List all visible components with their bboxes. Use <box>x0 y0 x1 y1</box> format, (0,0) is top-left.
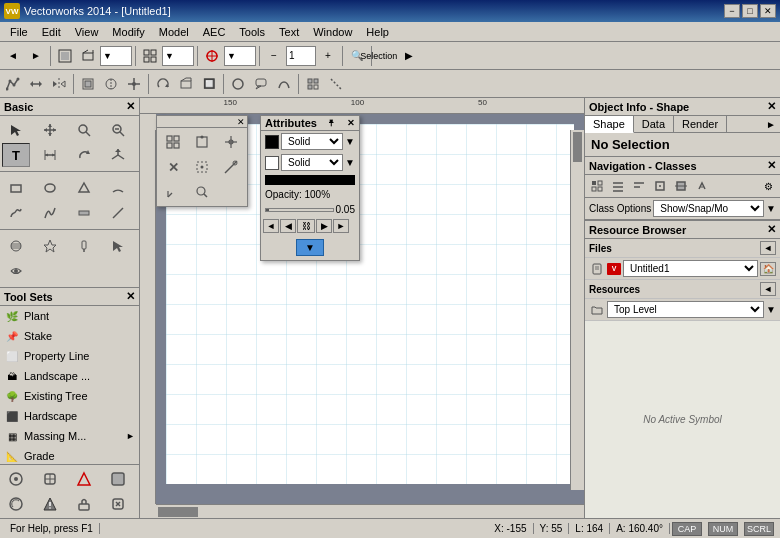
menu-edit[interactable]: Edit <box>36 25 67 39</box>
snap-search[interactable] <box>188 180 216 204</box>
snap-grid[interactable] <box>159 130 187 154</box>
tab-render[interactable]: Render <box>674 116 727 132</box>
grid-view[interactable] <box>139 45 161 67</box>
line-dropdown-arrow[interactable]: ▼ <box>345 157 355 168</box>
class-dropdown-arrow[interactable]: ▼ <box>766 203 776 214</box>
draw-tool-1[interactable] <box>2 73 24 95</box>
tool-star[interactable] <box>36 234 64 258</box>
tool-nurbs[interactable] <box>36 201 64 225</box>
menu-model[interactable]: Model <box>153 25 195 39</box>
attr-close[interactable]: ✕ <box>347 118 355 128</box>
bt-6[interactable] <box>36 492 64 516</box>
nav-btn-5[interactable] <box>671 177 691 195</box>
attr-last-btn[interactable]: ▶ <box>316 219 332 233</box>
select-dropdown-btn[interactable]: Selection T... <box>375 45 397 67</box>
tool-set-grade[interactable]: 📐 Grade <box>0 446 139 464</box>
zoom-out[interactable]: − <box>263 45 285 67</box>
back-button[interactable]: ◄ <box>2 45 24 67</box>
file-home-btn[interactable]: 🏠 <box>760 262 776 276</box>
tab-data[interactable]: Data <box>634 116 674 132</box>
draw-tool-3[interactable] <box>48 73 70 95</box>
tool-line[interactable] <box>104 201 132 225</box>
scrollbar-vertical[interactable] <box>570 130 584 490</box>
tool-arrow[interactable] <box>104 234 132 258</box>
snap-center[interactable] <box>217 130 245 154</box>
tool-set-plant[interactable]: 🌿 Plant <box>0 306 139 326</box>
tool-extra1[interactable] <box>104 118 132 142</box>
constraint-tool-2[interactable] <box>100 73 122 95</box>
attr-first-btn[interactable]: ◀ <box>280 219 296 233</box>
grid-tool[interactable] <box>302 73 324 95</box>
snap-needle[interactable] <box>217 155 245 179</box>
tool-array[interactable] <box>104 143 132 167</box>
center-tool[interactable] <box>123 73 145 95</box>
tool-set-hardscape[interactable]: ⬛ Hardscape <box>0 406 139 426</box>
fill-type-dropdown[interactable]: Solid <box>281 133 343 150</box>
maximize-button[interactable]: □ <box>742 4 758 18</box>
grid-dropdown[interactable]: ▼ <box>162 46 194 66</box>
line-type-dropdown[interactable]: Solid <box>281 154 343 171</box>
tool-set-stake[interactable]: 📌 Stake <box>0 326 139 346</box>
navigation-close[interactable]: ✕ <box>767 159 776 172</box>
tool-eyedrop[interactable] <box>70 234 98 258</box>
basic-panel-close[interactable]: ✕ <box>126 100 135 113</box>
nav-btn-4[interactable] <box>650 177 670 195</box>
tool-text[interactable]: T <box>2 143 30 167</box>
zoom-dropdown[interactable]: 1 <box>286 46 316 66</box>
bt-7[interactable] <box>70 492 98 516</box>
tool-eye[interactable] <box>2 259 30 283</box>
tool-dims[interactable] <box>36 143 64 167</box>
tool-freehand[interactable] <box>2 201 30 225</box>
draw-tool-6[interactable] <box>175 73 197 95</box>
top-level-dropdown[interactable]: Top Level <box>607 301 764 318</box>
zoom-in[interactable]: + <box>317 45 339 67</box>
close-button[interactable]: ✕ <box>760 4 776 18</box>
snap-btn[interactable] <box>201 45 223 67</box>
menu-modify[interactable]: Modify <box>106 25 150 39</box>
dotted-tool[interactable] <box>325 73 347 95</box>
tool-zoom-view[interactable] <box>70 118 98 142</box>
tool-set-massing[interactable]: ▦ Massing M... ► <box>0 426 139 446</box>
class-options-dropdown[interactable]: Show/Snap/Mo <box>653 200 764 217</box>
bt-1[interactable] <box>2 467 30 491</box>
tool-oval[interactable] <box>36 176 64 200</box>
tool-set-existing-tree[interactable]: 🌳 Existing Tree <box>0 386 139 406</box>
fill-dropdown-arrow[interactable]: ▼ <box>345 136 355 147</box>
minimize-button[interactable]: − <box>724 4 740 18</box>
line-swatch[interactable] <box>265 156 279 170</box>
menu-aec[interactable]: AEC <box>197 25 232 39</box>
menu-tools[interactable]: Tools <box>233 25 271 39</box>
tool-set-property[interactable]: ⬜ Property Line <box>0 346 139 366</box>
draw-circle[interactable] <box>227 73 249 95</box>
fill-swatch[interactable] <box>265 135 279 149</box>
tool-select[interactable] <box>54 45 76 67</box>
draw-speech[interactable] <box>250 73 272 95</box>
draw-tool-5[interactable] <box>152 73 174 95</box>
tool-rect[interactable] <box>2 176 30 200</box>
top-level-arrow[interactable]: ▼ <box>766 304 776 315</box>
tool-sets-close[interactable]: ✕ <box>126 290 135 303</box>
attr-down-button[interactable]: ▼ <box>296 239 324 256</box>
tool-wall[interactable] <box>70 201 98 225</box>
selection-menu[interactable]: ▶ <box>398 45 420 67</box>
snap-dotted[interactable] <box>188 155 216 179</box>
menu-view[interactable]: View <box>69 25 105 39</box>
resources-nav-left[interactable]: ◄ <box>760 282 776 296</box>
draw-tool-7[interactable]: 🔲 <box>198 73 220 95</box>
attr-link-btn[interactable]: ⛓ <box>297 219 315 233</box>
nav-settings-btn[interactable]: ⚙ <box>758 177 778 195</box>
snap-arc[interactable] <box>159 180 187 204</box>
nav-btn-1[interactable] <box>587 177 607 195</box>
attr-next-btn[interactable]: ► <box>333 219 349 233</box>
draw-curve[interactable] <box>273 73 295 95</box>
view-dropdown[interactable]: ▼ <box>100 46 132 66</box>
tool-pan[interactable] <box>36 118 64 142</box>
snap-midpoint[interactable] <box>188 130 216 154</box>
bt-8[interactable] <box>104 492 132 516</box>
menu-text[interactable]: Text <box>273 25 305 39</box>
nav-btn-2[interactable] <box>608 177 628 195</box>
snap-dropdown[interactable]: ▼ <box>224 46 256 66</box>
nav-btn-6[interactable] <box>692 177 712 195</box>
bt-3[interactable] <box>70 467 98 491</box>
scrollbar-horizontal[interactable] <box>156 504 584 518</box>
